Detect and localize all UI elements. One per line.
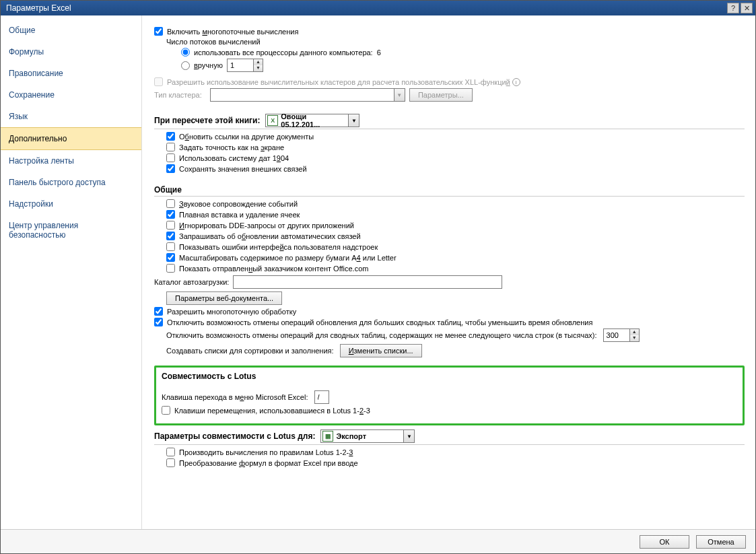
lbl-clusters: Разрешить использование вычислительных к…: [167, 78, 510, 86]
combo-workbook[interactable]: X Овощи 05.12.201... ▼: [265, 114, 359, 127]
chk-lotus-nav[interactable]: [162, 406, 170, 415]
spin-thread-count[interactable]: ▲▼: [227, 59, 263, 72]
row-cluster-type: Тип кластера: ▼ Параметры...: [154, 88, 745, 102]
sidebar-item-general[interactable]: Общие: [1, 20, 141, 41]
sidebar-item-qat[interactable]: Панель быстрого доступа: [1, 172, 141, 193]
chk-multiproc[interactable]: [154, 307, 163, 316]
sheet-icon: ▦: [322, 431, 333, 442]
sidebar-item-save[interactable]: Сохранение: [1, 84, 141, 106]
chk-undo-big[interactable]: [154, 318, 163, 326]
dialog-body: Общие Формулы Правописание Сохранение Яз…: [1, 15, 755, 529]
row-undo-rows: Отключить возможность отмены операций дл…: [166, 328, 745, 342]
chk-clusters: [154, 77, 163, 86]
row-autoload: Каталог автозагрузки:: [154, 275, 745, 289]
btn-edit-lists[interactable]: Изменить списки...: [340, 344, 422, 357]
sidebar-item-formulas[interactable]: Формулы: [1, 41, 141, 63]
info-icon[interactable]: i: [512, 78, 520, 86]
heading-general: Общие: [154, 185, 745, 197]
lbl-multiproc: Разрешить многопоточную обработку: [167, 308, 296, 316]
menu-key-field[interactable]: [314, 390, 329, 404]
chk-scale-a4[interactable]: [166, 253, 175, 262]
excel-icon: X: [267, 115, 278, 126]
sidebar-item-addins[interactable]: Надстройки: [1, 193, 141, 215]
lbl-smooth: Плавная вставка и удаление ячеек: [179, 211, 300, 219]
chevron-down-icon[interactable]: ▼: [403, 430, 414, 442]
dialog-footer: ОК Отмена: [1, 529, 755, 553]
heading-lotus: Совместимость с Lotus: [162, 372, 737, 381]
sidebar-item-ribbon[interactable]: Настройка ленты: [1, 150, 141, 172]
lbl-cluster-type: Тип кластера:: [154, 91, 202, 99]
chevron-down-icon[interactable]: ▼: [348, 114, 359, 127]
lbl-save-external: Сохранять значения внешних связей: [179, 165, 307, 173]
row-sort-lists: Создавать списки для сортировки и заполн…: [166, 344, 745, 357]
lbl-thread-count: Число потоков вычислений: [166, 38, 745, 46]
row-multithread: Включить многопоточные вычисления: [154, 27, 745, 36]
rows-field[interactable]: [604, 330, 629, 341]
radio-manual-threads[interactable]: [181, 61, 190, 70]
lbl-office-content: Показать отправленный заказчиком контент…: [179, 265, 368, 273]
btn-cluster-params: Параметры...: [409, 88, 473, 102]
lbl-scale-a4: Масштабировать содержимое по размеру бум…: [179, 254, 397, 262]
lbl-autoload: Каталог автозагрузки:: [154, 278, 229, 286]
chk-lotus-conv[interactable]: [166, 458, 175, 467]
chk-date1904[interactable]: [166, 153, 175, 162]
sidebar-item-trustcenter[interactable]: Центр управления безопасностью: [1, 215, 141, 246]
row-manual-threads: вручную ▲▼: [181, 59, 745, 72]
combo-lotus-sheet[interactable]: ▦ Экспорт ▼: [320, 429, 415, 443]
chk-ask-updates[interactable]: [166, 232, 175, 240]
heading-recalc: При пересчете этой книги: X Овощи 05.12.…: [154, 114, 745, 129]
chevron-down-icon: ▼: [394, 89, 405, 101]
lbl-sort-lists: Создавать списки для сортировки и заполн…: [166, 347, 334, 355]
lbl-precision: Задать точность как на экране: [179, 143, 284, 151]
combo-cluster-type: ▼: [210, 88, 405, 102]
row-use-all-cpus: использовать все процессоры данного комп…: [181, 48, 745, 57]
lbl-menu-key: Клавиша перехода в меню Microsoft Excel:: [162, 393, 308, 401]
chk-precision[interactable]: [166, 143, 175, 151]
lbl-lotus-calc: Производить вычисления по правилам Lotus…: [179, 448, 353, 456]
lbl-undo-rows: Отключить возможность отмены операций дл…: [166, 331, 597, 339]
window-title: Параметры Excel: [3, 3, 726, 13]
lbl-date1904: Использовать систему дат 1904: [179, 154, 289, 162]
sidebar-item-language[interactable]: Язык: [1, 106, 141, 127]
sidebar: Общие Формулы Правописание Сохранение Яз…: [1, 15, 142, 529]
lbl-lotus-conv: Преобразование формул в формат Excel при…: [179, 459, 358, 467]
lbl-sound: Звуковое сопровождение событий: [179, 200, 298, 208]
chk-addin-errors[interactable]: [166, 242, 175, 251]
help-button[interactable]: ?: [727, 3, 739, 13]
cancel-button[interactable]: Отмена: [696, 535, 746, 549]
lotus-highlight-box: Совместимость с Lotus Клавиша перехода в…: [154, 366, 745, 425]
lbl-ask-updates: Запрашивать об обновлении автоматических…: [179, 232, 361, 240]
chk-smooth[interactable]: [166, 210, 175, 219]
lbl-manual: вручную: [194, 61, 223, 69]
chk-save-external[interactable]: [166, 164, 175, 173]
sidebar-item-proofing[interactable]: Правописание: [1, 63, 141, 84]
close-button[interactable]: ✕: [741, 3, 753, 13]
btn-web-params[interactable]: Параметры веб-документа...: [166, 291, 282, 305]
chk-sound[interactable]: [166, 199, 175, 208]
lbl-undo-big: Отключить возможность отмены операций об…: [167, 318, 592, 326]
lbl-all-cpus: использовать все процессоры данного комп…: [194, 48, 381, 57]
content-pane: Включить многопоточные вычисления Число …: [142, 15, 755, 529]
lbl-multithread: Включить многопоточные вычисления: [167, 28, 298, 36]
lbl-addin-errors: Показывать ошибки интерфейса пользовател…: [179, 243, 378, 251]
chk-office-content[interactable]: [166, 264, 175, 273]
titlebar: Параметры Excel ? ✕: [1, 1, 755, 15]
options-dialog: Параметры Excel ? ✕ Общие Формулы Правоп…: [0, 0, 756, 554]
chk-update-links[interactable]: [166, 132, 175, 141]
row-menu-key: Клавиша перехода в меню Microsoft Excel:: [162, 390, 737, 404]
row-clusters: Разрешить использование вычислительных к…: [154, 77, 745, 86]
thread-count-field[interactable]: [228, 60, 253, 71]
lbl-lotus-nav: Клавиши перемещения, использовавшиеся в …: [174, 407, 370, 415]
radio-all-cpus[interactable]: [181, 48, 190, 57]
autoload-field[interactable]: [233, 275, 502, 289]
lbl-dde: Игнорировать DDE-запросы от других прило…: [179, 221, 354, 230]
sidebar-item-advanced[interactable]: Дополнительно: [1, 127, 141, 150]
ok-button[interactable]: ОК: [640, 535, 689, 549]
heading-lotus-params: Параметры совместимости с Lotus для: ▦ Э…: [154, 429, 745, 445]
chk-lotus-calc[interactable]: [166, 448, 175, 456]
chk-dde[interactable]: [166, 221, 175, 230]
chk-multithread[interactable]: [154, 27, 163, 36]
spin-rows[interactable]: ▲▼: [603, 328, 640, 342]
lbl-update-links: Обновить ссылки на другие документы: [179, 133, 314, 141]
